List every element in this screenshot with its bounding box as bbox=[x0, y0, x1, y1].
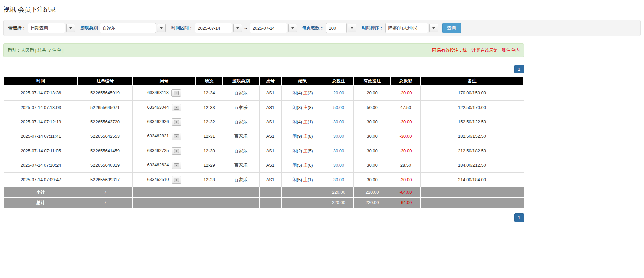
video-replay-button[interactable] bbox=[172, 133, 181, 140]
cell-time: 2025-07-14 07:09:47 bbox=[4, 172, 78, 187]
table-row: 2025-07-14 07:11:05 522655641459 6334627… bbox=[4, 144, 524, 158]
page-size-dropdown-button[interactable] bbox=[348, 24, 356, 32]
cell-result: 闲(4) 庄(3) bbox=[281, 86, 324, 100]
cell-game-type: 百家乐 bbox=[223, 172, 259, 187]
cell-time: 2025-07-14 07:11:41 bbox=[4, 129, 78, 144]
cell-round-id: 633462926 bbox=[132, 115, 196, 129]
total-count: 7 bbox=[78, 197, 132, 208]
cell-remark: 184.00/212.50 bbox=[420, 158, 524, 172]
sort-dropdown-button[interactable] bbox=[429, 24, 438, 32]
result-banker-score: (1) bbox=[308, 177, 313, 182]
cell-payout: -30.00 bbox=[391, 172, 420, 187]
cell-time: 2025-07-14 07:12:19 bbox=[4, 115, 78, 129]
game-type-combo bbox=[100, 23, 166, 33]
total-bet-link[interactable]: 30.00 bbox=[333, 163, 344, 168]
total-valid-bet: 220.00 bbox=[353, 197, 391, 208]
cell-remark: 212.50/182.50 bbox=[420, 144, 524, 158]
query-type-dropdown-button[interactable] bbox=[66, 24, 75, 32]
date-range-separator: ~ bbox=[244, 26, 247, 31]
total-bet-link[interactable]: 30.00 bbox=[333, 134, 344, 139]
cell-result: 闲(9) 庄(8) bbox=[281, 129, 324, 144]
subtotal-payout: -64.00 bbox=[400, 190, 412, 195]
header-remark: 备注 bbox=[420, 76, 524, 86]
header-result: 结果 bbox=[281, 76, 324, 86]
cell-valid-bet: 30.00 bbox=[353, 172, 391, 187]
table-row: 2025-07-14 07:09:47 522655639317 6334625… bbox=[4, 172, 524, 187]
total-row: 总计 7 220.00 220.00 -64.00 bbox=[4, 197, 524, 208]
cell-bet-id: 522655645919 bbox=[78, 86, 132, 100]
cell-bet-id: 522655642553 bbox=[78, 129, 132, 144]
round-id-text: 633462624 bbox=[147, 162, 169, 167]
total-payout: -64.00 bbox=[400, 200, 412, 205]
video-replay-button[interactable] bbox=[171, 89, 181, 97]
result-banker-score: (1) bbox=[308, 119, 313, 124]
cell-valid-bet: 30.00 bbox=[353, 129, 391, 144]
cell-session: 12-30 bbox=[196, 144, 223, 158]
select-label: 请选择： bbox=[8, 25, 26, 31]
total-bet-link[interactable]: 30.00 bbox=[333, 148, 344, 153]
page: 视讯 会员下注纪录 请选择： 游戏类别 时间区间： ~ 每页笔数： 时间排序： bbox=[0, 0, 644, 235]
subtotal-row: 小计 7 220.00 220.00 -64.00 bbox=[4, 187, 524, 197]
header-time: 时间 bbox=[4, 76, 78, 86]
cell-session: 12-34 bbox=[196, 86, 223, 100]
total-bet-link[interactable]: 20.00 bbox=[333, 90, 344, 95]
sort-input[interactable] bbox=[385, 23, 428, 33]
cell-session: 12-29 bbox=[196, 158, 223, 172]
header-bet-id: 注单编号 bbox=[78, 76, 132, 86]
date-from-dropdown-button[interactable] bbox=[233, 24, 242, 32]
cell-valid-bet: 50.00 bbox=[353, 100, 391, 115]
payout-value: -30.00 bbox=[400, 119, 412, 124]
cell-payout: -30.00 bbox=[391, 129, 420, 144]
table-row: 2025-07-14 07:13:03 522655645071 6334630… bbox=[4, 100, 524, 115]
result-player-label: 闲 bbox=[292, 105, 297, 110]
chevron-down-icon bbox=[432, 27, 435, 29]
chevron-down-icon bbox=[160, 27, 163, 29]
cell-table-no: AS1 bbox=[259, 172, 281, 187]
result-player-score: (2) bbox=[297, 148, 302, 153]
page-button-1[interactable]: 1 bbox=[514, 213, 524, 222]
result-player-label: 闲 bbox=[292, 119, 297, 124]
table-row: 2025-07-14 07:13:36 522655645919 6334631… bbox=[4, 86, 524, 100]
sort-label: 时间排序： bbox=[362, 25, 384, 31]
video-icon bbox=[174, 178, 179, 182]
search-button[interactable]: 查询 bbox=[442, 23, 461, 33]
game-type-label: 游戏类别 bbox=[80, 25, 98, 31]
round-id-text: 633463118 bbox=[147, 90, 169, 95]
date-to-input[interactable] bbox=[250, 23, 287, 33]
summary-bar: 币别：人民币 | 总共 :7 注单 | 同局有效投注，统一计算在该局第一张注单内 bbox=[3, 43, 524, 57]
cell-result: 闲(5) 庄(1) bbox=[281, 172, 324, 187]
round-id-text: 633463044 bbox=[147, 105, 169, 110]
result-player-label: 闲 bbox=[292, 134, 297, 139]
date-to-dropdown-button[interactable] bbox=[288, 24, 297, 32]
total-bet-link[interactable]: 30.00 bbox=[333, 119, 344, 124]
date-from-input[interactable] bbox=[195, 23, 232, 33]
total-bet-link[interactable]: 30.00 bbox=[333, 177, 344, 182]
total-total-bet: 220.00 bbox=[324, 197, 353, 208]
subtotal-valid-bet: 220.00 bbox=[353, 187, 391, 197]
page-button-1[interactable]: 1 bbox=[514, 65, 524, 73]
payout-value: -30.00 bbox=[400, 134, 412, 139]
video-replay-button[interactable] bbox=[172, 162, 181, 169]
game-type-input[interactable] bbox=[100, 23, 156, 33]
total-bet-link[interactable]: 50.00 bbox=[333, 105, 344, 110]
page-size-combo bbox=[326, 23, 356, 33]
video-replay-button[interactable] bbox=[172, 176, 181, 184]
chevron-down-icon bbox=[291, 27, 294, 29]
page-title: 视讯 会员下注纪录 bbox=[3, 5, 641, 14]
page-size-input[interactable] bbox=[326, 23, 347, 33]
table-row: 2025-07-14 07:12:19 522655643720 6334629… bbox=[4, 115, 524, 129]
result-player-score: (9) bbox=[297, 134, 302, 139]
payout-value: -30.00 bbox=[400, 148, 412, 153]
game-type-dropdown-button[interactable] bbox=[157, 24, 166, 32]
round-id-text: 633462510 bbox=[147, 177, 169, 182]
result-banker-label: 庄 bbox=[303, 90, 308, 95]
date-from-combo bbox=[195, 23, 242, 33]
result-player-score: (5) bbox=[297, 177, 302, 182]
video-replay-button[interactable] bbox=[172, 104, 181, 111]
query-type-input[interactable] bbox=[28, 23, 65, 33]
sort-combo bbox=[385, 23, 438, 33]
cell-session: 12-31 bbox=[196, 129, 223, 144]
video-replay-button[interactable] bbox=[172, 147, 181, 155]
cell-bet-id: 522655643720 bbox=[78, 115, 132, 129]
video-replay-button[interactable] bbox=[172, 118, 181, 126]
